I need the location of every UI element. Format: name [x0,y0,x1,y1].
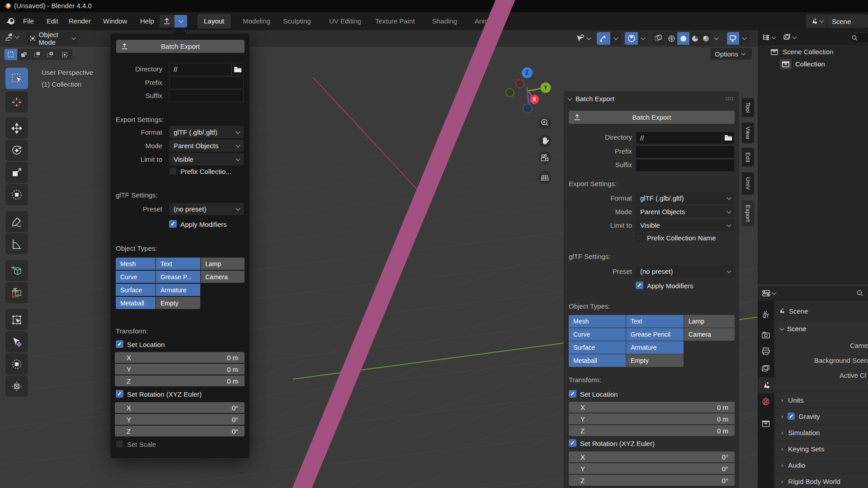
navigation-gizmo[interactable]: Z Y X [501,59,557,117]
menu-file[interactable]: File [23,17,34,25]
batch-export-dropdown[interactable] [175,15,187,28]
npanel-preset-select[interactable]: (no preset) [636,265,735,277]
object-type-surface[interactable]: Surface [569,341,626,354]
menu-edit[interactable]: Edit [47,17,58,25]
proportional-edit-dropdown[interactable] [638,32,648,45]
object-type-curve[interactable]: Curve [116,271,156,283]
gravity-checkbox[interactable]: ✓ [788,413,795,420]
npanel-collapse[interactable]: Batch Export [568,95,614,103]
object-type-camera[interactable]: Camera [684,328,735,341]
rigid-body-panel-header[interactable]: ›Rigid Body World [776,474,868,488]
outliner-search[interactable] [848,33,868,43]
object-type-metaball[interactable]: Metaball [116,297,156,309]
output-tab-icon[interactable] [761,347,770,356]
tool-move[interactable] [5,117,28,139]
collection-tab-icon[interactable] [761,419,770,428]
popup-preset-select[interactable]: (no preset) [169,203,244,215]
object-type-mesh[interactable]: Mesh [116,258,156,270]
popup-mode-select[interactable]: Parent Objects [169,140,244,152]
popup-limit-select[interactable]: Visible [169,153,244,165]
npanel-rotation-z[interactable]: Z0° [569,475,735,486]
properties-editor-type[interactable] [762,289,776,298]
units-panel-header[interactable]: ›Units [776,392,868,408]
tool-rotate[interactable] [5,140,28,161]
proportional-edit-toggle[interactable] [625,32,638,45]
popup-rotation-z[interactable]: Z0° [115,426,245,436]
tool-cage-transform[interactable] [5,375,28,397]
sidebar-tab-tool[interactable]: Tool [742,98,754,117]
audio-panel-header[interactable]: ›Audio [776,457,868,473]
outliner-row-collection[interactable]: Collection [758,58,868,70]
tool-object-select[interactable] [5,309,28,330]
object-type-camera[interactable]: Camera [201,271,245,283]
npanel-rotation-y[interactable]: Y0° [569,463,735,474]
object-type-mesh[interactable]: Mesh [569,315,626,328]
npanel-format-select[interactable]: glTF (.glb/.gltf) [636,192,735,204]
npanel-location-z[interactable]: Z0 m [569,425,735,436]
object-type-metaball[interactable]: Metaball [569,354,626,367]
popup-rotation-x[interactable]: X0° [115,402,245,413]
panel-drag-dots[interactable] [726,97,734,100]
object-type-surface[interactable]: Surface [116,284,156,296]
object-type-armature[interactable]: Armature [626,341,684,354]
tab-shading[interactable]: Shading [426,14,463,28]
scene-display-dropdown[interactable] [739,32,750,45]
tool-scale[interactable] [5,162,28,183]
npanel-prefix-input[interactable] [636,145,735,158]
tool-knife-bisect[interactable] [5,282,28,303]
outliner-row-scene-collection[interactable]: Scene Collection [758,46,868,58]
shading-solid-button[interactable] [677,32,689,45]
tool-add-cube[interactable] [5,260,28,281]
popup-prefix-input[interactable] [169,76,244,89]
search-icon[interactable] [856,290,863,297]
gizmo-x[interactable]: X [533,96,536,103]
select-mode-invert[interactable] [57,49,72,60]
scene-selector[interactable]: Scene [806,14,868,28]
shading-rendered-button[interactable] [701,32,711,45]
shading-material-button[interactable] [689,32,701,45]
snap-dropdown[interactable] [610,32,621,45]
npanel-mode-select[interactable]: Parent Objects [636,206,735,218]
gizmo-y[interactable]: Y [544,84,547,91]
tool-transform-gizmo[interactable] [5,353,28,375]
npanel-batch-export-button[interactable]: Batch Export [569,111,735,124]
tab-texture-paint[interactable]: Texture Paint [369,14,421,28]
gizmo-z[interactable]: Z [525,70,528,76]
mode-selector[interactable]: Object Mode [26,32,79,45]
sidebar-tab-edit[interactable]: Edit [742,148,754,167]
popup-set-location-checkbox[interactable]: ✓ [116,340,123,348]
tool-cursor[interactable] [5,91,28,113]
npanel-apply-modifiers-checkbox[interactable]: ✓ [636,282,643,289]
object-type-curve[interactable]: Curve [569,328,626,341]
sidebar-tab-view[interactable]: View [742,122,754,143]
shading-dropdown[interactable] [712,32,720,45]
npanel-location-x[interactable]: X0 m [569,402,735,413]
popup-suffix-input[interactable] [169,89,244,102]
keying-sets-panel-header[interactable]: ›Keying Sets [776,441,868,456]
npanel-prefix-collection-checkbox[interactable] [636,234,643,241]
object-type-armature[interactable]: Armature [156,284,200,296]
menu-help[interactable]: Help [140,17,154,25]
tab-layout[interactable]: Layout [198,14,231,28]
popup-rotation-y[interactable]: Y0° [115,414,245,425]
npanel-rotation-x[interactable]: X0° [569,451,735,462]
orthographic-toggle-button[interactable] [538,171,551,184]
overlays-toggle[interactable] [652,32,665,45]
outliner-filter-button[interactable] [783,33,796,42]
popup-apply-modifiers-checkbox[interactable]: ✓ [169,220,177,228]
select-mode-extend[interactable] [31,49,43,60]
gizmo-x-neg[interactable] [516,80,524,88]
tab-sculpting[interactable]: Sculpting [277,14,317,28]
tool-transform[interactable] [5,184,28,205]
tool-select-box[interactable] [5,68,28,89]
popup-location-y[interactable]: Y0 m [115,364,245,375]
tool-tab-icon[interactable] [761,310,770,319]
popup-prefix-collection-checkbox[interactable] [169,167,177,175]
object-type-grease-pencil[interactable]: Grease P... [156,271,200,283]
editor-type-button[interactable] [5,33,19,42]
object-type-lamp[interactable]: Lamp [201,258,245,270]
tab-modeling[interactable]: Modeling [236,14,277,28]
snap-toggle[interactable] [597,32,610,45]
npanel-suffix-input[interactable] [636,159,735,172]
popup-format-select[interactable]: glTF (.glb/.gltf) [169,126,244,138]
